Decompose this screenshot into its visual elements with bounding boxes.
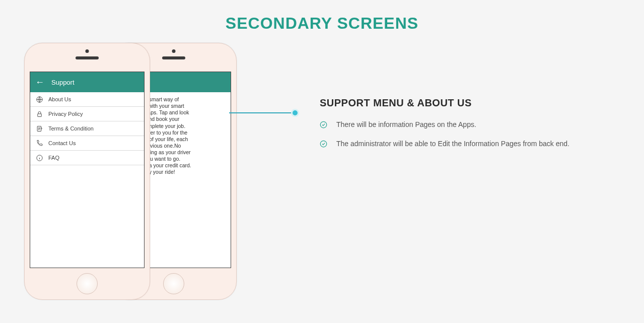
bullet-row: The administrator will be able to Edit t… [320, 139, 624, 149]
menu-item-label: FAQ [48, 155, 59, 161]
menu-item-label: Contact Us [48, 140, 76, 146]
menu-item-privacy-policy[interactable]: Privacy Policy [30, 107, 144, 121]
phone-camera-dot [172, 49, 176, 53]
phones-wrap: t Us ation is the smart way of service, … [10, 43, 252, 315]
back-arrow-icon[interactable]: ← [35, 78, 44, 87]
connector-line [229, 112, 295, 113]
check-circle-icon [320, 121, 327, 128]
phone-earpiece [76, 56, 99, 59]
svg-point-4 [320, 121, 327, 128]
menu-item-label: Privacy Policy [48, 111, 83, 117]
home-button[interactable] [163, 273, 184, 294]
phone-screen-support: ← Support About Us Privacy Poli [30, 72, 145, 268]
section-title: SUPPORT MENU & ABOUT US [320, 97, 624, 109]
phone-earpiece [162, 56, 185, 59]
support-menu-list: About Us Privacy Policy Terms & Conditio… [30, 92, 144, 165]
page-title: SECONDARY SCREENS [0, 0, 644, 38]
phone-icon [35, 139, 43, 147]
menu-item-terms-condition[interactable]: Terms & Condition [30, 121, 144, 136]
phone-mockup-support: ← Support About Us Privacy Poli [24, 43, 150, 300]
bullet-row: There will be information Pages on the A… [320, 120, 624, 130]
svg-rect-1 [37, 113, 41, 116]
content-row: t Us ation is the smart way of service, … [0, 43, 644, 315]
info-icon [35, 154, 43, 162]
document-icon [35, 124, 43, 133]
bullet-text: The administrator will be able to Edit t… [336, 139, 569, 149]
check-circle-icon [320, 140, 327, 148]
phone-camera-dot [86, 49, 89, 53]
home-button[interactable] [77, 273, 98, 294]
menu-item-label: About Us [48, 96, 71, 102]
menu-item-label: Terms & Condition [48, 125, 94, 132]
description-column: SUPPORT MENU & ABOUT US There will be in… [252, 43, 644, 315]
app-bar-title: Support [51, 79, 75, 86]
app-bar-support: ← Support [30, 72, 144, 92]
svg-point-5 [320, 141, 327, 147]
lock-icon [35, 110, 43, 118]
bullet-text: There will be information Pages on the A… [336, 120, 476, 130]
globe-icon [35, 95, 43, 103]
menu-item-contact-us[interactable]: Contact Us [30, 136, 144, 151]
menu-item-about-us[interactable]: About Us [30, 92, 144, 107]
menu-item-faq[interactable]: FAQ [30, 151, 144, 165]
